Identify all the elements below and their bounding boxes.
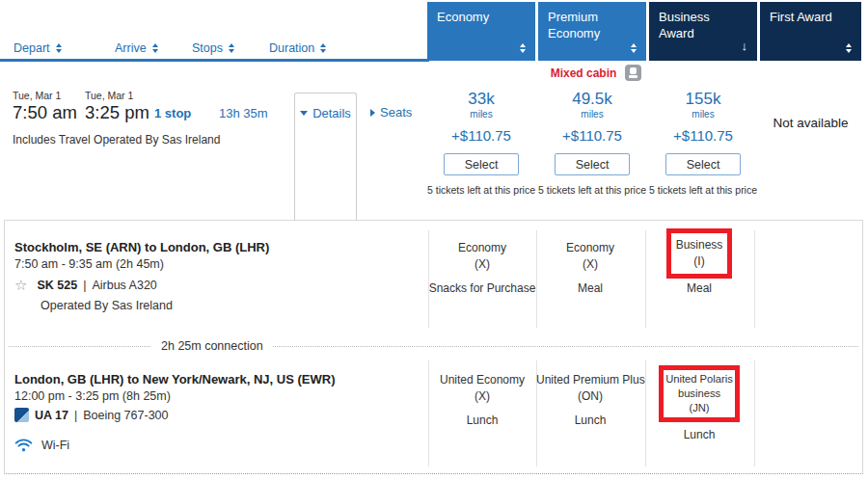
cabin-code: (X) [428, 256, 536, 273]
segment1-cabin-business-highlight: Business (I) [645, 228, 753, 279]
fare-header-premium-economy-label: Premium Economy [548, 10, 600, 40]
segment2-flight-number: UA 17 [35, 409, 68, 422]
flight-details-panel: Stockholm, SE (ARN) to London, GB (LHR) … [4, 220, 863, 474]
segment2-cabin-premium-plus: United Premium Plus (ON) [536, 372, 644, 405]
meal-label: Lunch [467, 413, 499, 427]
wifi-label: Wi-Fi [41, 439, 69, 452]
sort-depart-label: Depart [14, 41, 50, 55]
cabin-code: (ON) [536, 388, 644, 405]
cash-copay: +$110.75 [427, 127, 535, 144]
tickets-left-note: 5 tickets left at this price [538, 184, 646, 196]
operated-by-note: Includes Travel Operated By Sas Ireland [13, 133, 220, 147]
cash-copay: +$110.75 [538, 127, 646, 144]
sort-updown-icon [56, 43, 62, 53]
depart-date: Tue, Mar 1 [13, 90, 77, 101]
cabin-name: Business [675, 237, 723, 253]
arrive-group: Tue, Mar 1 3:25 pm [85, 90, 149, 123]
sort-stops-label: Stops [192, 41, 223, 55]
arrive-time: 3:25 pm [85, 102, 149, 123]
miles-unit: miles [649, 109, 757, 120]
red-highlight-box: United Polaris business (JN) [659, 365, 740, 422]
fare-cell-premium-economy: 49.5k miles +$110.75 Select 5 tickets le… [538, 91, 646, 196]
cabin-name: United Polaris business [665, 372, 733, 401]
segment1-flight-row: ☆ SK 525 | Airbus A320 [14, 278, 157, 292]
segment2-meal-economy: Lunch [428, 413, 536, 429]
sort-duration[interactable]: Duration [269, 41, 326, 55]
segment2-cabin-economy: United Economy (X) [428, 372, 536, 405]
fare-cell-first-award: Not available [760, 91, 861, 130]
seats-label: Seats [380, 105, 412, 120]
segment2-route: London, GB (LHR) to New York/Newark, NJ,… [14, 372, 335, 387]
duration-value: 13h 35m [219, 106, 268, 120]
cabin-code: (X) [536, 256, 644, 273]
segment2-amenity-row: Wi-Fi [14, 438, 69, 452]
miles-unit: miles [427, 109, 535, 120]
segment1-times: 7:50 am - 9:35 am (2h 45m) [14, 257, 164, 271]
segment2-flight-row: UA 17 | Boeing 767-300 [14, 408, 169, 422]
cabin-name: Economy [536, 240, 644, 256]
segment1-route: Stockholm, SE (ARN) to London, GB (LHR) [14, 240, 269, 254]
fare-header-business-award[interactable]: Business Award ↓ [649, 2, 757, 61]
sort-bar-underline [0, 59, 429, 62]
select-economy-button[interactable]: Select [444, 153, 519, 175]
meal-label: Lunch [684, 428, 716, 441]
star-alliance-icon: ☆ [14, 278, 27, 292]
fare-header-economy[interactable]: Economy [427, 2, 535, 61]
cabin-code: (X) [428, 388, 536, 405]
fare-header-business-award-label: Business Award [659, 10, 710, 40]
segment2-meal-premium-plus: Lunch [536, 413, 644, 429]
segment1-aircraft: Airbus A320 [92, 279, 156, 292]
details-label: Details [312, 106, 351, 120]
meal-label: Lunch [575, 413, 607, 427]
fare-cell-economy: 33k miles +$110.75 Select 5 tickets left… [427, 91, 535, 196]
fare-header-economy-label: Economy [437, 10, 489, 24]
mixed-cabin-label: Mixed cabin [551, 67, 617, 80]
segment1-meal-business: Meal [645, 280, 753, 297]
meal-label: Meal [687, 281, 712, 295]
cabin-code: (JN) [665, 401, 733, 415]
sort-stops[interactable]: Stops [192, 41, 234, 55]
meal-label: Snacks for Purchase [429, 281, 536, 295]
segment1-operated-by: Operated By Sas Ireland [41, 299, 173, 312]
sort-down-arrow-icon: ↓ [742, 39, 748, 55]
sort-updown-icon [846, 43, 852, 53]
cabin-name: Economy [428, 240, 536, 256]
wifi-icon [14, 438, 33, 452]
select-premium-economy-button[interactable]: Select [555, 153, 630, 175]
sort-updown-icon [229, 43, 234, 53]
sort-arrive[interactable]: Arrive [115, 41, 158, 55]
sort-depart[interactable]: Depart [14, 41, 62, 55]
cabin-name: United Economy [428, 372, 536, 388]
pipe-separator: | [74, 409, 77, 422]
fare-header-premium-economy[interactable]: Premium Economy [538, 2, 646, 61]
not-available-label: Not available [760, 116, 861, 130]
miles-unit: miles [538, 109, 646, 120]
column-divider [754, 360, 755, 467]
segment1-flight-number: SK 525 [37, 279, 77, 292]
miles-value: 155k [649, 91, 757, 107]
miles-value: 49.5k [538, 91, 646, 107]
cash-copay: +$110.75 [649, 127, 757, 144]
stops-link[interactable]: 1 stop [154, 106, 191, 120]
depart-time: 7:50 am [13, 102, 77, 123]
sort-duration-label: Duration [269, 41, 314, 55]
depart-group: Tue, Mar 1 7:50 am [13, 90, 77, 123]
fare-header-first-award[interactable]: First Award [760, 2, 861, 61]
meal-label: Meal [578, 281, 603, 295]
sort-updown-icon [320, 43, 326, 53]
tickets-left-note: 5 tickets left at this price [427, 184, 535, 196]
connection-divider [9, 346, 858, 347]
cabin-name: United Premium Plus [536, 372, 644, 388]
fare-header-first-award-label: First Award [770, 10, 832, 24]
seats-link[interactable]: Seats [370, 105, 412, 120]
seat-icon [625, 65, 641, 81]
segment1-meal-premium: Meal [536, 280, 644, 297]
segment1-meal-economy: Snacks for Purchase [428, 280, 536, 297]
sort-updown-icon [631, 43, 637, 53]
mixed-cabin-badge: Mixed cabin [538, 65, 654, 81]
select-business-award-button[interactable]: Select [665, 153, 741, 175]
segment2-aircraft: Boeing 767-300 [83, 409, 168, 422]
details-toggle[interactable]: Details [294, 93, 357, 220]
pipe-separator: | [83, 279, 86, 292]
miles-value: 33k [427, 91, 535, 107]
